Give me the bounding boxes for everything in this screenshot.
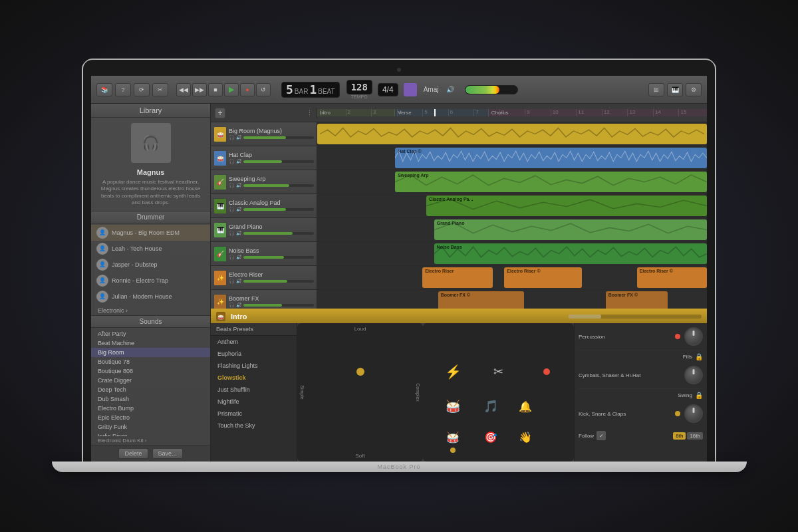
save-button[interactable]: Save... [152,448,183,459]
track-content[interactable] [317,122,707,146]
sound-item[interactable]: Deep Tech [91,385,210,394]
track-solo-icon[interactable]: 🔊 [236,207,242,212]
kick-icon[interactable]: 🥁 [446,430,460,443]
cowbell-icon[interactable]: 🔔 [519,400,532,412]
time-sig-display[interactable]: 4/4 [378,83,398,96]
plugins-btn[interactable]: ⚙ [686,83,702,96]
snare-icon[interactable]: 🎯 [484,430,497,443]
track-mute-icon[interactable]: 🎧 [229,159,235,164]
sound-item[interactable]: Gritty Funk [91,422,210,432]
drummer-item[interactable]: 👤 Leah - Tech House [91,241,210,257]
track-volume-slider[interactable] [243,184,314,187]
track-content[interactable]: Hat Clap © [317,146,707,170]
track-solo-icon[interactable]: 🔊 [236,159,242,164]
shaker-icon[interactable]: 🎵 [483,399,498,414]
add-track-button[interactable]: + [215,108,225,118]
sound-item[interactable]: Boutique 808 [91,366,210,376]
lightning-icon[interactable]: ⚡ [445,364,462,380]
clip[interactable]: Electro Riser [422,267,492,288]
sound-item[interactable]: Indie Disco [91,432,210,436]
preset-item[interactable]: Anthem [211,336,297,348]
drummer-item[interactable]: 👤 Magnus - Big Room EDM [91,225,210,241]
cycle-btn[interactable]: ↺ [256,83,271,96]
help-btn[interactable]: ? [115,83,131,96]
track-mute-icon[interactable]: 🎧 [229,135,235,140]
sound-item[interactable]: Crate Digger [91,376,210,385]
clap-icon[interactable]: 👋 [519,430,532,443]
sound-item[interactable]: Beat Machine [91,338,210,348]
clip[interactable]: Boomer FX © [438,291,524,309]
hihat-icon[interactable]: 🥁 [446,399,460,414]
clip[interactable] [317,124,707,144]
track-content[interactable]: Noise Bass [317,242,707,265]
drum-pad-section[interactable]: Loud Soft Simple Complex [297,323,423,462]
track-solo-icon[interactable]: 🔊 [236,135,242,140]
clip[interactable]: Boomer FX © [606,291,668,309]
mixer-btn[interactable]: ⊞ [648,83,664,96]
track-header-options[interactable]: ⋮ [307,110,313,116]
track-volume-slider[interactable] [243,136,314,139]
tempo-display[interactable]: 128 [346,80,372,94]
preset-item[interactable]: Flashing Lights [211,360,297,372]
track-volume-slider[interactable] [243,232,314,235]
subcategory-drum-kit[interactable]: Electronic Drum Kit [91,436,210,445]
preset-item[interactable]: Nightlife [211,396,297,408]
track-content[interactable]: Classic Analog Pa... [317,194,707,217]
library-btn[interactable]: 📚 [96,83,112,96]
clip[interactable]: Hat Clap © [395,148,707,168]
kick-knob[interactable] [684,404,703,423]
stop-btn[interactable]: ■ [208,83,223,96]
preset-item-active[interactable]: Glowstick [211,372,297,384]
sound-item[interactable]: Dub Smash [91,394,210,404]
note-16th-btn[interactable]: 16th [687,432,703,440]
track-content[interactable]: Electro Riser Electro Riser © Electro Ri… [317,266,707,289]
percussion-knob[interactable] [684,327,703,346]
track-content[interactable]: Boomer FX © Boomer FX © [317,290,707,309]
fast-forward-btn[interactable]: ▶▶ [192,83,207,96]
preset-item[interactable]: Touch the Sky [211,420,297,432]
sound-item[interactable]: Big Room [91,348,210,357]
track-solo-icon[interactable]: 🔊 [236,279,242,284]
drummer-item[interactable]: 👤 Ronnie - Electro Trap [91,273,210,289]
clip[interactable]: Electro Riser © [504,267,582,288]
drummer-item[interactable]: 👤 Jasper - Dubstep [91,257,210,273]
follow-toggle[interactable]: ✓ [597,431,606,440]
track-volume-slider[interactable] [243,256,314,259]
track-mute-icon[interactable]: 🎧 [229,231,235,236]
sync-btn[interactable]: ⟳ [134,83,150,96]
drum-pad-dot[interactable] [356,368,364,376]
clip[interactable]: Grand Piano [434,219,707,240]
clip[interactable]: Electro Riser © [637,267,707,288]
preset-item[interactable]: Prismatic [211,408,297,420]
note-8th-btn[interactable]: 8th [673,432,686,440]
track-content[interactable]: Grand Piano [317,218,707,241]
track-solo-icon[interactable]: 🔊 [236,255,242,260]
category-electronic[interactable]: Electronic [91,306,210,315]
track-volume-slider[interactable] [243,208,314,211]
preset-item[interactable]: Just Shufflin [211,384,297,396]
track-mute-icon[interactable]: 🎧 [229,183,235,188]
track-volume-slider[interactable] [243,280,314,283]
track-solo-icon[interactable]: 🔊 [236,231,242,236]
clip[interactable]: Sweeping Arp [395,172,707,192]
record-btn[interactable]: ● [240,83,255,96]
play-btn[interactable]: ▶ [224,83,239,96]
track-mute-icon[interactable]: 🎧 [229,279,235,284]
preset-item[interactable]: Euphoria [211,348,297,360]
track-mute-icon[interactable]: 🎧 [229,255,235,260]
track-content[interactable]: Sweeping Arp [317,170,707,194]
sound-item[interactable]: Electro Bump [91,404,210,413]
track-mute-icon[interactable]: 🎧 [229,207,235,212]
track-solo-icon[interactable]: 🔊 [236,303,242,308]
track-volume-slider[interactable] [243,304,314,307]
track-mute-icon[interactable]: 🎧 [229,303,235,308]
scissors-btn[interactable]: ✂ [152,83,168,96]
sound-item[interactable]: Epic Electro [91,413,210,422]
clip[interactable]: Classic Analog Pa... [426,196,707,216]
clip[interactable]: Noise Bass [434,243,707,264]
key-button[interactable] [404,83,417,96]
sound-item[interactable]: Boutique 78 [91,357,210,366]
drummer-item[interactable]: 👤 Julian - Modern House [91,289,210,305]
cymbals-knob[interactable] [684,366,703,384]
scissors-drum-icon[interactable]: ✂ [493,364,503,379]
